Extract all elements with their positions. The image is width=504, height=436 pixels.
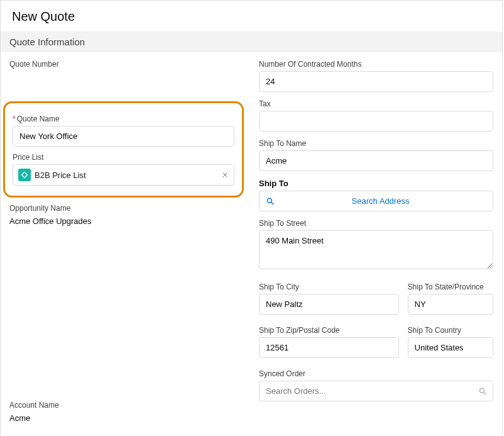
search-address-button[interactable]: Search Address <box>259 191 493 211</box>
ship-to-state-input[interactable] <box>408 294 493 315</box>
synced-order-field: Synced Order <box>259 369 493 401</box>
months-label: Number Of Contracted Months <box>259 60 493 69</box>
tax-field: Tax <box>259 99 493 131</box>
svg-point-0 <box>267 198 271 203</box>
account-name-value: Acme <box>9 412 244 423</box>
quote-name-field: Quote Name <box>13 115 234 147</box>
ship-to-city-input[interactable] <box>259 294 399 315</box>
new-quote-dialog: New Quote Quote Information Quote Number… <box>0 0 503 436</box>
synced-order-lookup[interactable] <box>259 381 493 401</box>
account-name-label: Account Name <box>9 401 244 410</box>
synced-order-input[interactable] <box>259 381 493 401</box>
ship-to-name-label: Ship To Name <box>259 139 493 148</box>
ship-to-zip-input[interactable] <box>259 337 399 358</box>
tax-input[interactable] <box>259 111 493 131</box>
ship-to-state-label: Ship To State/Province <box>408 282 493 291</box>
city-state-row: Ship To City Ship To State/Province <box>259 279 493 322</box>
opportunity-name-field: Opportunity Name Acme Office Upgrades <box>9 204 244 226</box>
zip-country-row: Ship To Zip/Postal Code Ship To Country <box>259 322 493 366</box>
ship-to-state-field: Ship To State/Province <box>408 279 493 315</box>
opportunity-name-label: Opportunity Name <box>9 204 244 213</box>
search-address-label: Search Address <box>275 196 486 206</box>
search-icon <box>266 197 275 206</box>
left-column: Quote Number Quote Name Price List <box>9 56 244 430</box>
quote-number-field: Quote Number <box>9 60 244 94</box>
price-list-pill: B2B Price List <box>17 167 87 182</box>
tax-label: Tax <box>259 99 493 108</box>
ship-to-zip-label: Ship To Zip/Postal Code <box>259 326 399 335</box>
ship-to-name-field: Ship To Name <box>259 139 493 171</box>
price-list-lookup[interactable]: B2B Price List <box>13 164 234 186</box>
ship-to-country-field: Ship To Country <box>408 322 493 358</box>
page-title: New Quote <box>1 1 502 31</box>
pricebook-icon <box>18 169 31 181</box>
ship-to-street-input[interactable] <box>259 230 493 269</box>
search-address-field: Search Address <box>259 191 493 211</box>
ship-to-street-field: Ship To Street <box>259 219 493 271</box>
form-columns: Quote Number Quote Name Price List <box>1 52 502 430</box>
months-input[interactable] <box>259 71 493 92</box>
opportunity-name-value: Acme Office Upgrades <box>9 215 244 226</box>
svg-point-1 <box>479 388 484 393</box>
account-name-field: Account Name Acme <box>9 401 244 423</box>
search-icon <box>478 387 487 396</box>
price-list-field: Price List B2B Price List <box>13 153 234 186</box>
price-list-value: B2B Price List <box>35 170 86 180</box>
quote-name-input[interactable] <box>13 126 234 147</box>
right-column: Number Of Contracted Months Tax Ship To … <box>259 56 493 430</box>
synced-order-label: Synced Order <box>259 369 493 378</box>
ship-to-zip-field: Ship To Zip/Postal Code <box>259 322 399 358</box>
ship-to-city-label: Ship To City <box>259 282 399 291</box>
ship-to-country-input[interactable] <box>408 337 493 358</box>
quote-number-empty <box>9 71 244 94</box>
highlight-box: Quote Name Price List B2B Price List <box>3 101 244 198</box>
ship-to-heading: Ship To <box>259 179 493 188</box>
ship-to-street-label: Ship To Street <box>259 219 493 228</box>
ship-to-city-field: Ship To City <box>259 279 399 315</box>
section-header: Quote Information <box>1 31 502 52</box>
ship-to-name-input[interactable] <box>259 150 493 171</box>
close-icon[interactable] <box>221 171 229 179</box>
spacer <box>9 233 244 397</box>
quote-number-label: Quote Number <box>9 60 244 69</box>
quote-name-label: Quote Name <box>13 115 234 123</box>
ship-to-country-label: Ship To Country <box>408 326 493 335</box>
price-list-label: Price List <box>13 153 234 162</box>
months-field: Number Of Contracted Months <box>259 60 493 92</box>
